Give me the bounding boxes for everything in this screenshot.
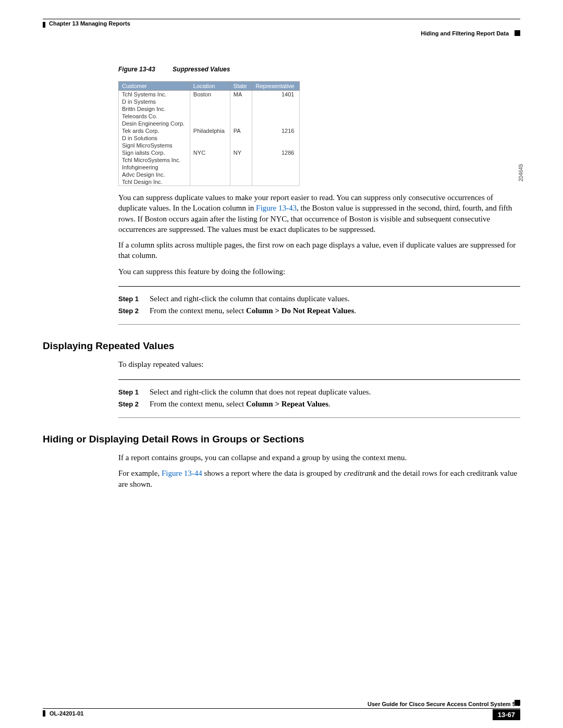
table-cell: Brittn Design Inc.	[119, 105, 190, 113]
footer-guide-title: User Guide for Cisco Secure Access Contr…	[43, 701, 520, 707]
step-row: Step 2 From the context menu, select Col…	[118, 398, 520, 410]
table-cell: Philadelphia	[190, 127, 230, 134]
table-cell	[230, 164, 252, 171]
table-row: Teleoards Co.	[119, 113, 300, 120]
table-cell	[252, 164, 300, 171]
table-cell	[252, 98, 300, 105]
table-cell	[190, 98, 230, 105]
table-cell	[190, 105, 230, 113]
table-cell	[230, 171, 252, 178]
table-row: D in Solutions	[119, 134, 300, 142]
table-cell	[190, 156, 230, 164]
table-cell	[190, 164, 230, 171]
paragraph-display-intro: To display repeated values:	[118, 359, 520, 369]
step-row: Step 1 Select and right-click the column…	[118, 386, 520, 398]
table-cell: PA	[230, 127, 252, 134]
page-header: Chapter 13 Managing Reports Hiding and F…	[43, 19, 520, 34]
table-row: Tchl Design Inc.	[119, 178, 300, 186]
table-cell	[230, 98, 252, 105]
col-representative: Representative	[252, 82, 300, 91]
table-cell: Teleoards Co.	[119, 113, 190, 120]
paragraph-groups-example: For example, Figure 13-44 shows a report…	[118, 468, 520, 489]
table-cell	[230, 178, 252, 186]
paragraph-groups-intro: If a report contains groups, you can col…	[118, 452, 520, 463]
table-cell	[252, 134, 300, 142]
col-state: State	[230, 82, 252, 91]
paragraph-suppress-desc: You can suppress duplicate values to mak…	[118, 192, 520, 235]
steps-divider-bottom	[118, 417, 520, 418]
heading-displaying-repeated: Displaying Repeated Values	[43, 340, 520, 352]
table-cell: Advc Design Inc.	[119, 171, 190, 178]
table-row: Tek ards Corp.PhiladelphiaPA1216	[119, 127, 300, 134]
table-cell	[252, 178, 300, 186]
table-cell: NYC	[190, 149, 230, 156]
suppressed-values-table: Customer Location State Representative T…	[118, 81, 300, 186]
header-marker-right	[515, 30, 520, 36]
table-cell: D in Solutions	[119, 134, 190, 142]
steps-divider-bottom	[118, 324, 520, 325]
table-row: Signl MicroSystems	[119, 142, 300, 149]
chapter-label: Chapter 13 Managing Reports	[49, 20, 130, 27]
table-cell	[230, 105, 252, 113]
table-cell	[252, 142, 300, 149]
table-cell	[252, 171, 300, 178]
table-cell	[230, 156, 252, 164]
table-cell: Sign ialists Corp.	[119, 149, 190, 156]
col-location: Location	[190, 82, 230, 91]
paragraph-suppress-intro: You can suppress this feature by doing t…	[118, 266, 520, 277]
table-cell: Infohgineering	[119, 164, 190, 171]
step-text: From the context menu, select Column > D…	[150, 305, 356, 317]
footer-marker-left	[43, 710, 45, 717]
table-row: Advc Design Inc.	[119, 171, 300, 178]
table-row: Tchl MicroSystems Inc.	[119, 156, 300, 164]
figure-link-13-44[interactable]: Figure 13-44	[162, 469, 202, 477]
table-cell: 1401	[252, 91, 300, 98]
table-cell	[190, 120, 230, 127]
page-footer: User Guide for Cisco Secure Access Contr…	[43, 701, 520, 717]
table-row: D in Systems	[119, 98, 300, 105]
table-cell	[252, 113, 300, 120]
step-label: Step 2	[118, 305, 150, 317]
table-cell: D in Systems	[119, 98, 190, 105]
table-cell: Signl MicroSystems	[119, 142, 190, 149]
step-row: Step 1 Select and right-click the column…	[118, 293, 520, 305]
table-cell	[190, 134, 230, 142]
table-row: Tchl Systems Inc.BostonMA1401	[119, 91, 300, 98]
step-text: Select and right-click the column that c…	[150, 293, 350, 305]
step-label: Step 1	[118, 386, 150, 398]
table-cell	[252, 120, 300, 127]
heading-hiding-detail-rows: Hiding or Displaying Detail Rows in Grou…	[43, 434, 520, 445]
step-row: Step 2 From the context menu, select Col…	[118, 305, 520, 317]
table-row: Brittn Design Inc.	[119, 105, 300, 113]
table-row: Infohgineering	[119, 164, 300, 171]
table-cell	[230, 134, 252, 142]
table-cell	[230, 120, 252, 127]
table-row: Sign ialists Corp.NYCNY1286	[119, 149, 300, 156]
figure-number: Figure 13-43	[118, 66, 155, 73]
table-cell	[252, 105, 300, 113]
table-cell: Tchl MicroSystems Inc.	[119, 156, 190, 164]
header-marker-left	[43, 22, 45, 28]
table-cell: Tchl Design Inc.	[119, 178, 190, 186]
paragraph-split-pages: If a column splits across multiple pages…	[118, 240, 520, 261]
steps-divider-top	[118, 379, 520, 380]
table-cell: 1286	[252, 149, 300, 156]
footer-doc-number: OL-24201-01	[50, 710, 83, 717]
figure-title: Suppressed Values	[173, 66, 230, 73]
section-label: Hiding and Filtering Report Data	[421, 30, 509, 36]
step-label: Step 1	[118, 293, 150, 305]
footer-marker-right	[515, 700, 520, 706]
step-label: Step 2	[118, 398, 150, 410]
steps-divider-top	[118, 286, 520, 287]
table-cell: NY	[230, 149, 252, 156]
figure-link-13-43[interactable]: Figure 13-43	[256, 204, 297, 212]
table-cell	[230, 142, 252, 149]
table-cell	[252, 156, 300, 164]
step-text: From the context menu, select Column > R…	[150, 398, 331, 410]
table-row: Desin Engineering Corp.	[119, 120, 300, 127]
table-cell: Tek ards Corp.	[119, 127, 190, 134]
table-cell: Boston	[190, 91, 230, 98]
col-customer: Customer	[119, 82, 190, 91]
page-number: 13-67	[493, 709, 520, 720]
figure-caption: Figure 13-43 Suppressed Values	[118, 66, 520, 73]
